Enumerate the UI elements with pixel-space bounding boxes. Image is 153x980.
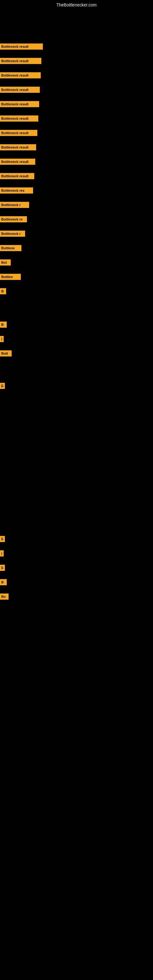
bottleneck-bar-14: Bottlene: [0, 245, 21, 251]
bottleneck-bar-0: Bottleneck result: [0, 43, 43, 49]
bottleneck-bar-22: E: [0, 536, 5, 542]
bottleneck-bar-5: Bottleneck result: [0, 115, 38, 122]
bottleneck-bar-3: Bottleneck result: [0, 87, 40, 93]
bottleneck-bar-10: Bottleneck res: [0, 188, 33, 194]
bottleneck-bar-7: Bottleneck result: [0, 144, 36, 150]
bottleneck-bar-17: B: [0, 288, 6, 294]
site-title: TheBottlenecker.com: [0, 0, 153, 10]
bottleneck-bar-1: Bottleneck result: [0, 58, 41, 64]
bottleneck-bar-24: E: [0, 565, 5, 571]
bottleneck-bar-15: Bot: [0, 259, 11, 266]
bottleneck-bar-4: Bottleneck result: [0, 101, 39, 107]
bottleneck-bar-11: Bottleneck r: [0, 202, 29, 208]
bottleneck-bar-13: Bottleneck r: [0, 231, 25, 237]
bottleneck-bar-9: Bottleneck result: [0, 173, 34, 179]
bottleneck-bar-21: E: [0, 383, 5, 389]
bottleneck-bar-23: |: [0, 550, 4, 557]
bottleneck-bar-19: |: [0, 336, 4, 342]
bottleneck-bar-6: Bottleneck result: [0, 130, 37, 136]
bottleneck-bar-12: Bottleneck re: [0, 216, 27, 222]
bottleneck-bar-18: B: [0, 321, 7, 328]
bottleneck-bar-8: Bottleneck result: [0, 159, 35, 165]
bottleneck-bar-20: Bott: [0, 350, 12, 356]
bottleneck-bar-2: Bottleneck result: [0, 72, 41, 78]
bottleneck-bar-26: Bo: [0, 593, 9, 600]
bottleneck-bar-16: Bottlen: [0, 274, 21, 280]
bottleneck-bar-25: B: [0, 579, 7, 585]
